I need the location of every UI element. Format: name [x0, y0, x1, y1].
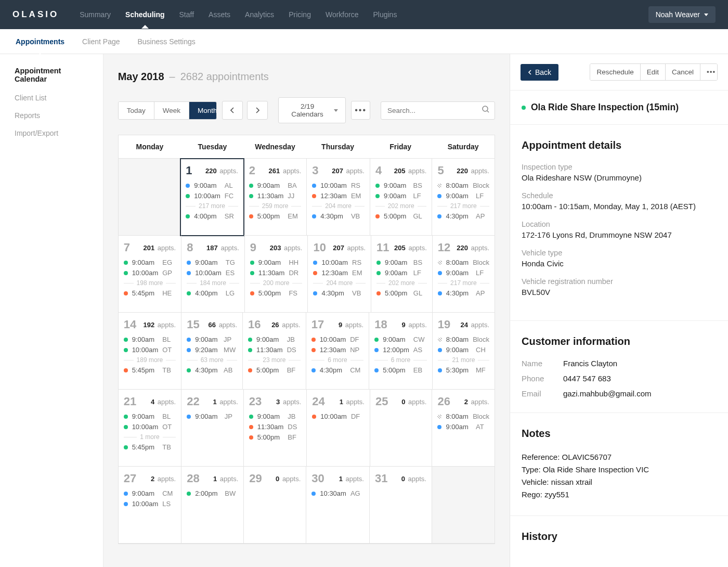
topnav-item-analytics[interactable]: Analytics	[245, 1, 274, 28]
appointment-item[interactable]: 11:30amDS	[249, 423, 302, 431]
more-indicator[interactable]: 1 more	[124, 433, 176, 441]
calendar-cell[interactable]: 3207 appts.10:00amRS12:30amEM204 more4:3…	[307, 159, 370, 236]
calendar-cell[interactable]: 1220 appts.9:00amAL10:00amFC217 more4:00…	[180, 159, 244, 236]
calendar-cell[interactable]: 262 appts.8:00amBlock9:00amAT	[432, 390, 495, 467]
appointment-item[interactable]: 9:00amBL	[124, 336, 176, 343]
calendar-cell[interactable]: 8187 appts.9:00amTG10:00amES184 more4:00…	[181, 236, 245, 313]
appointment-item[interactable]: 10:00amRS	[313, 259, 366, 266]
appointment-item[interactable]: 4:30pmVB	[313, 289, 366, 297]
appointment-item[interactable]: 9:00amAT	[437, 423, 489, 431]
appointment-item[interactable]: 4:30pmAB	[187, 366, 237, 374]
appointment-item[interactable]: 4:30pmAP	[437, 212, 489, 220]
sidebar-item-import-export[interactable]: Import/Export	[15, 129, 88, 137]
appointment-item[interactable]: 9:00amBA	[249, 182, 302, 189]
appointment-item[interactable]: 10:00amLS	[124, 500, 176, 508]
more-indicator[interactable]: 217 more	[437, 202, 489, 210]
appointment-item[interactable]: 10:00amFC	[186, 192, 238, 200]
appointment-item[interactable]: 4:30pmAP	[438, 289, 489, 297]
calendar-cell[interactable]: 10207 appts.10:00amRS12:30amEM204 more4:…	[308, 236, 371, 313]
appointment-item[interactable]: 12:30amEM	[313, 269, 366, 277]
appointment-item[interactable]: 5:00pmBF	[249, 433, 302, 441]
calendar-cell[interactable]: 189 appts.9:00amCW12:00pmAS6 more5:00pmE…	[369, 313, 433, 390]
cancel-button[interactable]: Cancel	[666, 64, 700, 80]
more-indicator[interactable]: 189 more	[124, 356, 176, 364]
appointment-item[interactable]: 5:00pmBF	[248, 366, 301, 374]
appointment-item[interactable]: 9:00amTG	[187, 259, 239, 266]
appointment-item[interactable]: 5:00pmFS	[250, 289, 303, 297]
calendar-cell[interactable]: 281 appts.2:00pmBW	[181, 467, 244, 544]
more-indicator[interactable]: 202 more	[376, 279, 427, 287]
appointment-item[interactable]: 9:00amJB	[248, 336, 301, 343]
reschedule-button[interactable]: Reschedule	[590, 64, 640, 80]
calendar-cell[interactable]: 214 appts.9:00amBL10:00amOT1 more5:45pmT…	[119, 390, 182, 467]
appointment-item[interactable]: 4:30pmCM	[311, 366, 364, 374]
appointment-item[interactable]: 8:00amBlock	[438, 336, 489, 343]
more-indicator[interactable]: 202 more	[375, 202, 427, 210]
calendar-cell[interactable]: 310 appts.	[370, 467, 432, 544]
calendar-cell[interactable]: 1566 appts.9:00amJP9:20amMW63 more4:30pm…	[181, 313, 243, 390]
topnav-item-workforce[interactable]: Workforce	[326, 1, 359, 28]
more-indicator[interactable]: 217 more	[186, 202, 238, 210]
subtab-client-page[interactable]: Client Page	[82, 29, 120, 54]
calendar-cell[interactable]: 12220 appts.8:00amBlock9:00amLF217 more4…	[433, 236, 495, 313]
search-input[interactable]	[381, 101, 495, 120]
view-week-button[interactable]: Week	[154, 102, 189, 119]
appointment-item[interactable]: 5:00pmGL	[376, 289, 427, 297]
appointment-item[interactable]: 9:00amLF	[437, 192, 489, 200]
next-month-button[interactable]	[247, 101, 268, 120]
appointment-item[interactable]: 10:00amES	[187, 269, 239, 277]
appointment-item[interactable]: 9:00amBS	[375, 182, 427, 189]
appointment-item[interactable]: 5:00pmEB	[374, 366, 427, 374]
appointment-item[interactable]: 9:00amCH	[438, 346, 489, 354]
sidebar-item-client-list[interactable]: Client List	[15, 94, 88, 102]
more-indicator[interactable]: 198 more	[124, 279, 176, 287]
appointment-item[interactable]: 11:30amJJ	[249, 192, 302, 200]
more-indicator[interactable]: 184 more	[187, 279, 239, 287]
more-indicator[interactable]: 204 more	[312, 202, 365, 210]
calendar-cell[interactable]: 1924 appts.8:00amBlock9:00amCH21 more5:3…	[433, 313, 495, 390]
appointment-item[interactable]: 5:45pmTB	[124, 366, 176, 374]
appointment-item[interactable]: 10:00amDF	[311, 336, 364, 343]
appointment-item[interactable]: 11:30amDS	[248, 346, 301, 354]
topnav-item-summary[interactable]: Summary	[80, 1, 111, 28]
appointment-item[interactable]: 9:00amBS	[376, 259, 427, 266]
appointment-item[interactable]: 9:00amAL	[186, 182, 238, 189]
appointment-item[interactable]: 4:00pmSR	[186, 212, 238, 220]
appointment-item[interactable]: 10:30amAG	[311, 489, 364, 497]
appointment-item[interactable]: 9:00amJB	[249, 413, 302, 420]
appointment-item[interactable]: 12:00pmAS	[374, 346, 427, 354]
topnav-item-staff[interactable]: Staff	[179, 1, 194, 28]
more-indicator[interactable]: 200 more	[250, 279, 303, 287]
more-indicator[interactable]: 6 more	[311, 356, 364, 364]
calendar-cell[interactable]: 9203 appts.9:00amHH11:30amDR200 more5:00…	[245, 236, 308, 313]
appointment-item[interactable]: 10:00amRS	[312, 182, 365, 189]
appointment-item[interactable]: 12:30amNP	[311, 346, 364, 354]
subtab-appointments[interactable]: Appointments	[16, 29, 64, 54]
more-button[interactable]: •••	[351, 101, 370, 120]
back-button[interactable]: Back	[521, 64, 558, 81]
appointment-item[interactable]: 10:00amGP	[124, 269, 176, 277]
appointment-item[interactable]: 5:45pmHE	[124, 289, 176, 297]
user-menu-button[interactable]: Noah Weaver	[648, 6, 716, 23]
calendar-cell[interactable]: 14192 appts.9:00amBL10:00amOT189 more5:4…	[119, 313, 182, 390]
calendar-cell[interactable]: 290 appts.	[244, 467, 306, 544]
appointment-item[interactable]: 9:00amBL	[124, 413, 176, 420]
calendar-cell[interactable]: 5220 appts.8:00amBlock9:00amLF217 more4:…	[432, 159, 495, 236]
appointment-item[interactable]: 9:00amLF	[376, 269, 427, 277]
more-actions-button[interactable]: •••	[700, 64, 717, 80]
appointment-item[interactable]: 4:00pmLG	[187, 289, 239, 297]
appointment-item[interactable]: 4:30pmVB	[312, 212, 365, 220]
appointment-item[interactable]: 9:00amEG	[124, 259, 176, 266]
edit-button[interactable]: Edit	[641, 64, 666, 80]
appointment-item[interactable]: 9:00amCW	[374, 336, 427, 343]
appointment-item[interactable]: 10:00amDF	[312, 413, 365, 420]
appointment-item[interactable]: 9:00amHH	[250, 259, 303, 266]
subtab-business-settings[interactable]: Business Settings	[138, 29, 196, 54]
appointment-item[interactable]: 11:30amDR	[250, 269, 303, 277]
topnav-item-scheduling[interactable]: Scheduling	[125, 1, 164, 28]
calendar-cell[interactable]: 250 appts.	[370, 390, 433, 467]
appointment-item[interactable]: 12:30amEM	[312, 192, 365, 200]
appointment-item[interactable]: 9:00amJP	[187, 413, 238, 420]
more-indicator[interactable]: 21 more	[438, 356, 489, 364]
appointment-item[interactable]: 5:45pmTB	[124, 443, 176, 451]
